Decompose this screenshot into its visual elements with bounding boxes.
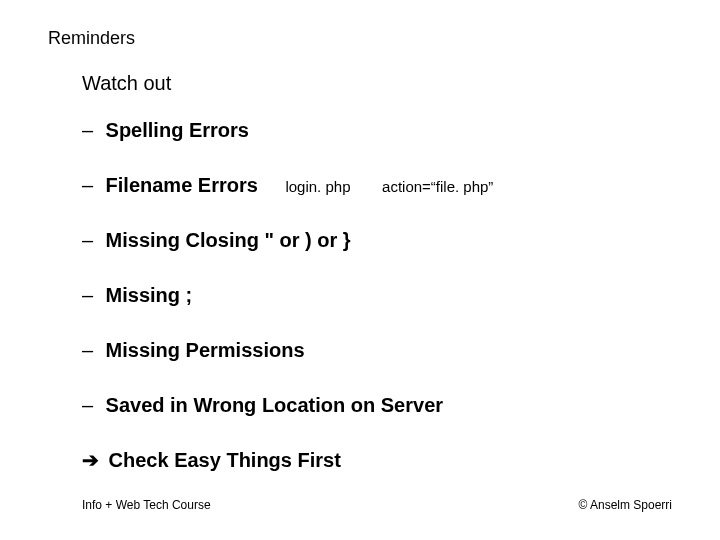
bullet-item: – Missing Permissions [82, 338, 672, 363]
bullet-item: – Filename Errors login. php action=“fil… [82, 173, 672, 198]
bullet-dash: – [82, 228, 100, 253]
bullet-item: – Missing ; [82, 283, 672, 308]
subtitle: Watch out [82, 72, 171, 95]
bullet-label: Spelling Errors [106, 119, 249, 141]
bullet-item: – Missing Closing " or ) or } [82, 228, 672, 253]
slide: Reminders Watch out – Spelling Errors – … [0, 0, 720, 540]
bullet-label: Filename Errors [106, 174, 258, 196]
bullet-label: Missing Permissions [106, 339, 305, 361]
bullet-item: – Spelling Errors [82, 118, 672, 143]
arrow-right-icon: ➔ [82, 448, 99, 472]
bullet-dash: – [82, 338, 100, 363]
bullet-label: Missing ; [106, 284, 193, 306]
bullet-dash: – [82, 173, 100, 198]
bullet-detail: login. php [285, 178, 350, 195]
footer-copyright: © Anselm Spoerri [578, 498, 672, 512]
bullet-detail: action=“file. php” [382, 178, 493, 195]
bullet-list: – Spelling Errors – Filename Errors logi… [82, 118, 672, 472]
bullet-dash: – [82, 118, 100, 143]
bullet-dash: – [82, 283, 100, 308]
bullet-label: Saved in Wrong Location on Server [106, 394, 443, 416]
conclusion-text: Check Easy Things First [109, 449, 341, 471]
bullet-label: Missing Closing " or ) or } [106, 229, 351, 251]
conclusion: ➔ Check Easy Things First [82, 448, 672, 472]
footer-course: Info + Web Tech Course [82, 498, 211, 512]
slide-title: Reminders [48, 28, 135, 49]
bullet-dash: – [82, 393, 100, 418]
bullet-item: – Saved in Wrong Location on Server [82, 393, 672, 418]
